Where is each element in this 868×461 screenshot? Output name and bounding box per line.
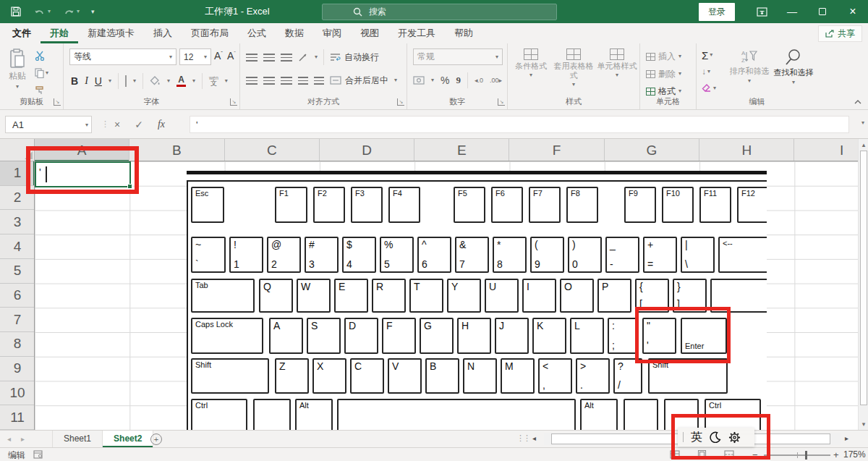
decrease-indent-icon[interactable] [298,77,308,85]
next-sheet-icon[interactable]: ▸ [21,435,25,443]
row-header-10[interactable]: 10 [0,381,35,406]
ribbon-tab-9[interactable]: 开发工具 [388,23,445,43]
scroll-right-icon[interactable]: ▸ [845,434,848,442]
undo-icon[interactable]: ▾ [33,7,51,17]
share-button[interactable]: 共享 [818,25,862,42]
collapse-ribbon-button[interactable] [854,99,862,105]
name-box[interactable]: A1 ▾ [5,116,92,133]
row-header-6[interactable]: 6 [0,284,35,308]
percent-style-button[interactable]: % [441,75,449,86]
minimize-button[interactable]: — [777,0,807,23]
ime-language-mode[interactable]: 英 [691,431,702,443]
wrap-text-button[interactable]: 自动换行 [330,51,379,64]
column-header-D[interactable]: D [320,139,414,161]
row-header-8[interactable]: 8 [0,332,35,357]
ribbon-tab-6[interactable]: 数据 [276,23,313,43]
redo-icon[interactable]: ▾ [62,7,80,17]
row-header-4[interactable]: 4 [0,234,35,259]
fill-handle[interactable] [127,184,132,189]
row-header-3[interactable]: 3 [0,210,35,234]
zoom-slider-thumb[interactable] [805,451,807,460]
italic-button[interactable]: I [85,75,88,87]
keyboard-image[interactable]: EscF1F2F3F4F5F6F7F8F9F10F11F12~`!1@2#3$4… [187,171,767,430]
alignment-dialog-launcher[interactable]: ↘ [397,98,404,106]
sort-filter-button[interactable]: AZ 排序和筛选 ▾ [728,48,770,102]
fill-color-button[interactable] [150,76,161,86]
confirm-entry-button[interactable]: ✓ [135,119,143,130]
find-select-button[interactable]: 查找和选择 ▾ [772,48,815,102]
column-header-B[interactable]: B [129,139,224,161]
align-right-icon[interactable] [281,77,292,85]
phonetic-guide-button[interactable]: wén文 [209,75,218,87]
decrease-font-button[interactable]: Aˇ [227,50,236,62]
autosum-button[interactable]: Σ▾ [702,49,716,61]
align-center-icon[interactable] [263,77,275,85]
zoom-in-button[interactable]: + [833,449,839,460]
cancel-entry-button[interactable]: × [114,119,120,130]
scroll-left-icon[interactable]: ◂ [532,434,536,442]
formula-bar-splitter[interactable]: ⋮ [101,119,109,129]
font-name-select[interactable]: 等线▾ [69,48,176,65]
prev-sheet-icon[interactable]: ◂ [7,435,11,443]
new-sheet-button[interactable]: + [150,433,162,445]
clipboard-dialog-launcher[interactable]: ↘ [54,98,61,106]
orientation-button[interactable] [298,53,309,62]
align-left-icon[interactable] [246,77,258,85]
merge-center-button[interactable]: 合并后居中 [330,75,388,87]
ribbon-tab-3[interactable]: 插入 [144,23,182,43]
number-format-select[interactable]: 常规▾ [413,48,503,65]
clear-button[interactable]: ▾ [702,83,716,94]
styles-button-1[interactable]: 套用表格格式▾ [553,48,595,101]
ribbon-tab-0[interactable]: 文件 [3,23,41,43]
align-top-icon[interactable] [246,54,258,62]
vertical-scrollbar[interactable]: ▴ ▾ [858,139,868,430]
ribbon-tab-4[interactable]: 页面布局 [182,23,238,43]
customize-qat-icon[interactable]: ▾ [91,8,95,15]
styles-button-2[interactable]: 单元格样式▾ [596,48,638,101]
cells-button-2[interactable]: 格式▾ [646,85,681,98]
row-header-5[interactable]: 5 [0,259,35,284]
page-break-view-icon[interactable] [724,450,734,459]
moon-icon[interactable] [710,431,721,443]
increase-font-button[interactable]: Aˆ [214,50,223,62]
select-all-corner[interactable] [0,139,35,161]
tab-scrollbar-splitter[interactable]: ⋮⋮ [516,433,529,443]
search-box[interactable]: 搜索 [322,4,557,20]
ime-toolbar[interactable]: 英 [678,428,754,447]
styles-button-0[interactable]: 条件格式▾ [511,48,551,101]
ribbon-tab-2[interactable]: 新建选项卡 [78,23,144,43]
ribbon-tab-5[interactable]: 公式 [238,23,276,43]
column-header-H[interactable]: H [699,139,794,161]
row-header-7[interactable]: 7 [0,308,35,332]
column-header-I[interactable]: I [794,139,858,161]
underline-button[interactable]: U [95,75,102,87]
increase-decimal-button[interactable]: ◂.0 [475,77,483,84]
cut-button[interactable] [35,50,48,62]
active-cell-a1[interactable]: ' [35,161,131,187]
formula-input[interactable]: ' [190,116,849,133]
expand-formula-bar-icon[interactable]: ▾ [861,120,864,126]
borders-button[interactable] [125,76,127,86]
cells-button-0[interactable]: 插入▾ [646,50,681,63]
ribbon-display-options-icon[interactable] [746,0,777,23]
font-size-select[interactable]: 12▾ [179,48,211,65]
align-middle-icon[interactable] [263,54,275,62]
row-header-1[interactable]: 1 [0,161,35,186]
font-dialog-launcher[interactable]: ↘ [230,98,237,106]
macro-record-icon[interactable] [33,450,43,459]
bold-button[interactable]: B [71,75,78,87]
ribbon-tab-8[interactable]: 视图 [351,23,388,43]
number-dialog-launcher[interactable]: ↘ [498,98,505,106]
align-bottom-icon[interactable] [281,54,292,62]
font-color-button[interactable]: A [176,75,186,87]
column-header-A[interactable]: A [35,139,129,161]
accounting-format-button[interactable] [413,76,425,85]
fill-button[interactable]: ↓▾ [702,66,716,77]
gear-icon[interactable] [728,431,741,444]
decrease-decimal-button[interactable]: .00▸ [490,77,502,84]
close-button[interactable]: × [838,0,868,23]
ribbon-tab-7[interactable]: 审阅 [313,23,351,43]
name-box-arrow-icon[interactable]: ▾ [85,122,88,128]
copy-button[interactable]: ▾ [35,67,48,79]
scroll-down-icon[interactable]: ▾ [859,419,868,429]
